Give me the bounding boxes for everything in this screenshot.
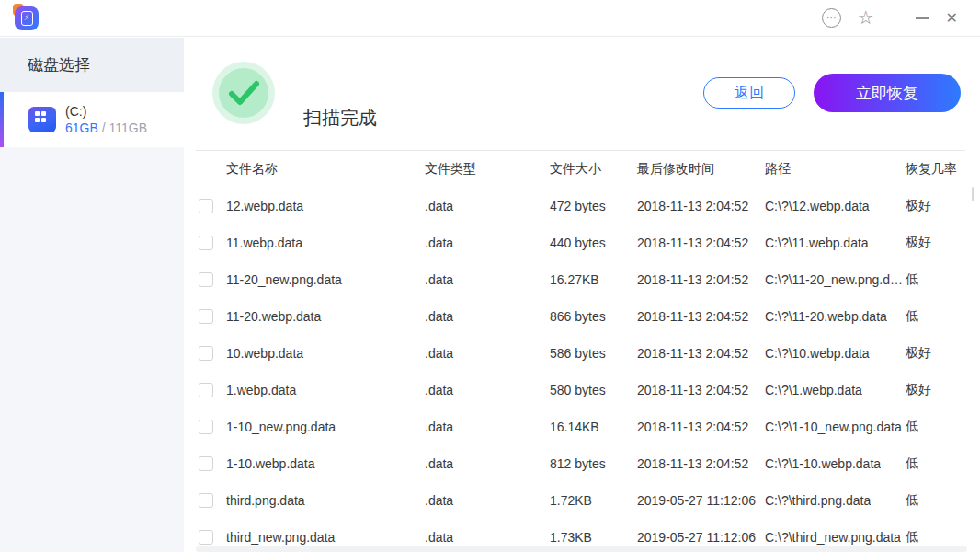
row-checkbox[interactable] <box>199 199 213 213</box>
vertical-scrollbar-thumb[interactable] <box>972 187 974 201</box>
col-header-file-name: 文件名称 <box>226 161 278 178</box>
table-row[interactable]: 11.webp.data .data 440 bytes 2018-11-13 … <box>196 224 965 261</box>
cell-modified: 2018-11-13 2:04:52 <box>637 346 748 361</box>
sidebar: 磁盘选择 (C:) 61GB / 111GB <box>0 38 184 552</box>
cell-path: C:\?\11.webp.data <box>765 236 869 250</box>
selected-indicator-bar <box>0 92 4 147</box>
horizontal-scrollbar-track[interactable] <box>196 546 967 552</box>
cell-file-type: .data <box>425 236 453 250</box>
cell-chance: 低 <box>906 492 918 509</box>
cell-file-type: .data <box>425 420 453 434</box>
row-checkbox[interactable] <box>199 346 213 361</box>
cell-file-name: 12.webp.data <box>226 199 303 213</box>
cell-chance: 极好 <box>906 235 931 251</box>
cell-path: C:\?\third.png.data <box>765 493 871 508</box>
app-logo-icon: ⚡ <box>15 6 39 30</box>
minimize-button[interactable] <box>916 17 929 19</box>
cell-file-name: 1-10.webp.data <box>226 456 315 471</box>
cell-file-name: third.png.data <box>226 493 305 508</box>
cell-file-name: 10.webp.data <box>226 346 303 361</box>
disk-total: 111GB <box>108 121 147 135</box>
cell-file-size: 1.72KB <box>550 493 592 508</box>
cell-file-size: 472 bytes <box>550 199 606 213</box>
cell-file-type: .data <box>425 272 453 287</box>
col-header-file-size: 文件大小 <box>550 161 601 178</box>
cell-path: C:\?\1-10_new.png.data <box>765 420 902 434</box>
cell-chance: 低 <box>906 308 918 325</box>
table-row[interactable]: 12.webp.data .data 472 bytes 2018-11-13 … <box>196 188 965 224</box>
cell-path: C:\?\11-20_new.png.data <box>765 272 903 287</box>
disk-capacity: 61GB / 111GB <box>65 121 147 135</box>
back-button[interactable]: 返回 <box>703 77 795 109</box>
scan-status-text: 扫描完成 <box>303 106 377 131</box>
row-checkbox[interactable] <box>199 456 213 471</box>
row-checkbox[interactable] <box>199 309 213 324</box>
more-menu-icon[interactable]: ··· <box>822 8 841 28</box>
file-table: 文件名称 文件类型 文件大小 最后修改时间 路径 恢复几率 12.webp.da… <box>196 150 965 552</box>
cell-chance: 极好 <box>906 345 931 362</box>
row-checkbox[interactable] <box>199 236 213 250</box>
cell-file-size: 586 bytes <box>550 346 606 361</box>
table-row[interactable]: third.png.data .data 1.72KB 2019-05-27 1… <box>196 482 965 519</box>
close-button[interactable]: ✕ <box>946 11 958 26</box>
table-header-row: 文件名称 文件类型 文件大小 最后修改时间 路径 恢复几率 <box>196 151 965 188</box>
cell-path: C:\?\10.webp.data <box>765 346 870 361</box>
row-checkbox[interactable] <box>199 272 213 287</box>
cell-file-size: 866 bytes <box>550 309 606 324</box>
cell-file-size: 1.73KB <box>550 530 592 545</box>
titlebar-controls: ··· ☆ ✕ <box>822 8 980 28</box>
col-header-modified: 最后修改时间 <box>637 161 714 178</box>
app-logo-tile: ⚡ <box>15 6 39 30</box>
cell-path: C:\?\third_new.png.data <box>765 530 901 545</box>
cell-chance: 低 <box>906 529 918 546</box>
favorite-star-icon[interactable]: ☆ <box>858 8 874 27</box>
cell-modified: 2018-11-13 2:04:52 <box>637 420 748 434</box>
cell-path: C:\?\12.webp.data <box>765 199 870 213</box>
table-row[interactable]: 1.webp.data .data 580 bytes 2018-11-13 2… <box>196 372 965 408</box>
main-panel: 扫描完成 返回 立即恢复 文件名称 文件类型 文件大小 最后修改时间 路径 恢复… <box>184 37 980 552</box>
cell-file-type: .data <box>425 530 453 545</box>
cell-chance: 极好 <box>906 382 931 398</box>
cell-file-name: 11.webp.data <box>226 236 302 250</box>
cell-chance: 极好 <box>906 198 931 214</box>
cell-chance: 低 <box>906 419 918 435</box>
cell-file-name: 11-20_new.png.data <box>226 272 342 287</box>
cell-chance: 低 <box>906 455 918 472</box>
cell-file-name: 1-10_new.png.data <box>226 420 336 434</box>
cell-modified: 2018-11-13 2:04:52 <box>637 236 748 250</box>
sidebar-item-disk-c[interactable]: (C:) 61GB / 111GB <box>0 92 184 147</box>
cell-file-name: third_new.png.data <box>226 530 335 545</box>
cell-modified: 2018-11-13 2:04:52 <box>637 456 748 471</box>
recover-now-button[interactable]: 立即恢复 <box>814 74 961 112</box>
cell-file-size: 16.27KB <box>550 272 599 287</box>
table-row[interactable]: 10.webp.data .data 586 bytes 2018-11-13 … <box>196 335 965 372</box>
cell-file-type: .data <box>425 309 453 324</box>
cell-file-size: 16.14KB <box>550 420 599 434</box>
cell-file-size: 812 bytes <box>550 456 606 471</box>
row-checkbox[interactable] <box>199 420 213 434</box>
cell-file-type: .data <box>425 493 453 508</box>
table-row[interactable]: 1-10_new.png.data .data 16.14KB 2018-11-… <box>196 408 965 445</box>
cell-chance: 低 <box>906 271 918 288</box>
cell-modified: 2019-05-27 11:12:06 <box>637 493 756 508</box>
row-checkbox[interactable] <box>199 383 213 397</box>
titlebar-divider <box>895 10 895 27</box>
cell-path: C:\?\1.webp.data <box>765 383 862 397</box>
table-row[interactable]: 11-20.webp.data .data 866 bytes 2018-11-… <box>196 298 965 335</box>
table-row[interactable]: 11-20_new.png.data .data 16.27KB 2018-11… <box>196 261 965 298</box>
table-row[interactable]: 1-10.webp.data .data 812 bytes 2018-11-1… <box>196 445 965 482</box>
cell-path: C:\?\1-10.webp.data <box>765 456 881 471</box>
cell-modified: 2019-05-27 11:12:06 <box>637 530 756 545</box>
disk-name: (C:) <box>65 104 147 119</box>
cell-path: C:\?\11-20.webp.data <box>765 309 887 324</box>
cell-file-size: 580 bytes <box>550 383 606 397</box>
cell-file-name: 1.webp.data <box>226 383 296 397</box>
cell-modified: 2018-11-13 2:04:52 <box>637 309 748 324</box>
cell-modified: 2018-11-13 2:04:52 <box>637 383 748 397</box>
scan-complete-check-icon <box>212 62 275 124</box>
row-checkbox[interactable] <box>199 493 213 508</box>
row-checkbox[interactable] <box>199 530 213 545</box>
cell-modified: 2018-11-13 2:04:52 <box>637 199 748 213</box>
col-header-chance: 恢复几率 <box>906 161 957 178</box>
sidebar-title: 磁盘选择 <box>0 38 184 92</box>
